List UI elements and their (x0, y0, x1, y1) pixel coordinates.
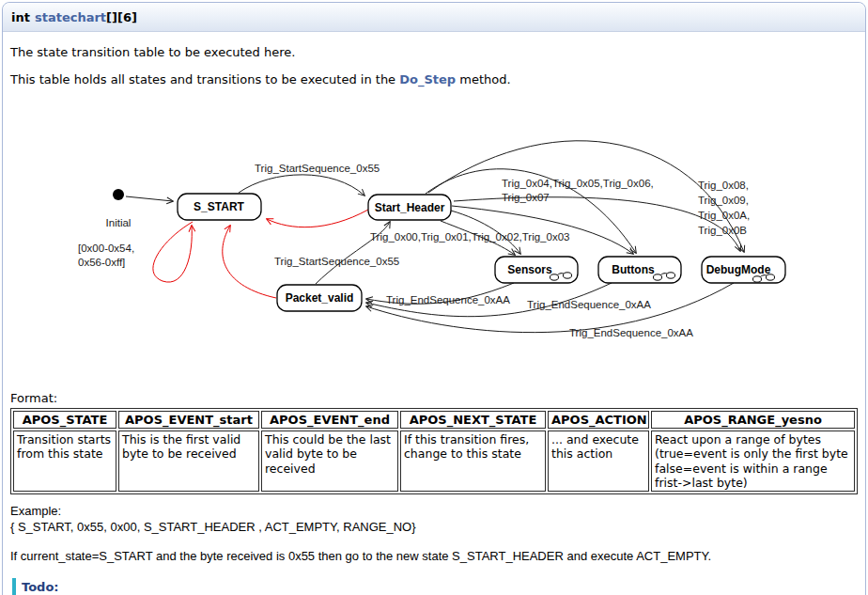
detail-description: This table holds all states and transiti… (10, 72, 858, 86)
statechart-diagram: Initial S_START Start_Header Sensors (3, 100, 866, 382)
state-label: Sensors (507, 263, 552, 276)
state-label: S_START (194, 200, 244, 213)
edge-label-trig-00-03: Trig_0x00,Trig_0x01,Trig_0x02,Trig_0x03 (370, 231, 569, 243)
decl-array-suffix: [][6] (106, 10, 137, 24)
edge-packetvalid-to-sstart-red (223, 226, 276, 298)
format-table-row: Transition starts from this state This i… (13, 431, 855, 492)
state-label: Start_Header (375, 201, 445, 214)
edge-label-trig-0b: Trig_0x0B (698, 225, 747, 236)
column-header-apos-action: APOS_ACTION (548, 411, 649, 429)
edge-label-end-sequence-1: Trig_EndSequence_0xAA (386, 294, 510, 305)
column-header-apos-event-start: APOS_EVENT_start (118, 411, 259, 429)
state-label: Packet_valid (286, 291, 354, 305)
member-doc-panel: intstatechart[][6] The state transition … (2, 2, 866, 595)
initial-state-dot (113, 189, 124, 200)
example-label: Example: (10, 504, 858, 520)
state-packet-valid: Packet_valid (277, 285, 362, 311)
edge-startheader-to-buttons-b (452, 206, 633, 254)
edge-label-start-sequence-bottom: Trig_StartSequence_0x55 (274, 256, 399, 267)
column-header-apos-state: APOS_STATE (13, 411, 116, 429)
detail-text-before: This table holds all states and transiti… (10, 72, 399, 86)
edge-label-range-line1: [0x00-0x54, (78, 243, 134, 254)
format-table-header-row: APOS_STATE APOS_EVENT_start APOS_EVENT_e… (13, 411, 855, 429)
edge-label-end-sequence-3: Trig_EndSequence_0xAA (569, 327, 693, 338)
edge-label-start-sequence-top: Trig_StartSequence_0x55 (255, 163, 380, 174)
brief-description: The state transition table to be execute… (10, 45, 858, 59)
todo-block: Todo: Update the diagram (12, 578, 858, 595)
statechart-link[interactable]: statechart (35, 10, 106, 24)
initial-state-label: Initial (106, 217, 132, 228)
cell-apos-range-yesno: React upon a range of bytes (true=event … (651, 431, 855, 492)
state-s-start: S_START (178, 194, 261, 220)
edge-label-trig-09: Trig_0x09, (698, 195, 749, 206)
state-buttons: Buttons (598, 257, 681, 283)
state-sensors: Sensors (495, 257, 578, 283)
format-table: APOS_STATE APOS_EVENT_start APOS_EVENT_e… (10, 408, 858, 494)
example-explanation: If current_state=S_START and the byte re… (10, 549, 858, 563)
member-documentation: The state transition table to be execute… (3, 45, 865, 595)
edge-label-range-line2: 0x56-0xff] (78, 257, 125, 268)
cell-apos-next-state: If this transition fires, change to this… (400, 431, 546, 492)
state-debugmode: DebugMode (702, 257, 785, 283)
edge-label-trig-08: Trig_0x08, (698, 180, 749, 191)
cell-apos-action: ... and execute this action (548, 431, 649, 492)
do-step-link[interactable]: Do_Step (399, 72, 456, 86)
edge-sstart-self-loop-red (153, 222, 193, 282)
format-section-label: Format: (10, 391, 858, 405)
state-start-header: Start_Header (368, 195, 451, 220)
state-label: Buttons (612, 263, 655, 276)
cell-apos-event-end: This could be the last valid byte to be … (261, 431, 398, 492)
example-block: Example: { S_START, 0x55, 0x00, S_START_… (10, 504, 858, 536)
state-label: DebugMode (706, 263, 771, 276)
column-header-apos-event-end: APOS_EVENT_end (261, 411, 398, 429)
member-declaration-header: intstatechart[][6] (3, 3, 865, 32)
edge-label-trig-07: Trig_0x07 (502, 192, 550, 203)
todo-label: Todo: (22, 580, 858, 594)
edge-initial-to-sstart (126, 196, 173, 201)
edge-label-trig-0a: Trig_0x0A, (698, 210, 750, 221)
detail-text-after: method. (456, 72, 510, 86)
column-header-apos-next-state: APOS_NEXT_STATE (400, 411, 546, 429)
example-code: { S_START, 0x55, 0x00, S_START_HEADER , … (10, 520, 858, 536)
edge-sstart-to-startheader (239, 175, 364, 196)
statechart-svg: Initial S_START Start_Header Sensors (3, 100, 866, 382)
decl-type: int (11, 10, 30, 24)
cell-apos-event-start: This is the first valid byte to be recei… (118, 431, 259, 492)
cell-apos-state: Transition starts from this state (13, 431, 116, 492)
edge-label-end-sequence-2: Trig_EndSequence_0xAA (527, 299, 651, 310)
column-header-apos-range-yesno: APOS_RANGE_yesno (651, 411, 855, 429)
edge-startheader-to-sstart-red (267, 210, 368, 227)
edge-label-trig-04-06: Trig_0x04,Trig_0x05,Trig_0x06, (502, 178, 654, 189)
